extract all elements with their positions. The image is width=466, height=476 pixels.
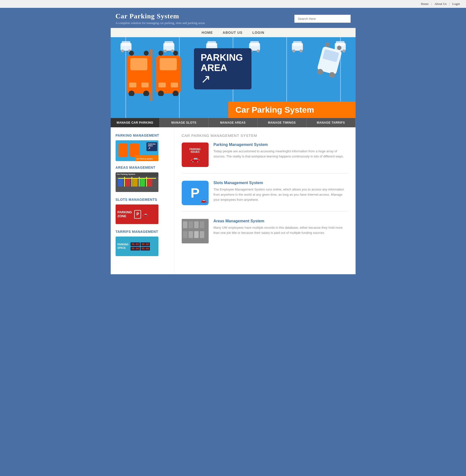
content-item-1: PARKINGISSUES 🚗 Parking Management Syste… [182,143,348,173]
svg-rect-34 [158,83,166,87]
site-title: Car Parking System [116,12,205,20]
sidebar-tarrifs-img[interactable]: PARKING SPACE 88:88 88:88 88:88 88:88 [116,237,158,257]
header-left: Car Parking System A complete solution f… [116,12,205,25]
parking-divider [150,49,152,101]
parking-area-sign: PARKING AREA ↗ [194,48,251,89]
content-item-2-desc: The Employee Management System runs onli… [214,187,348,202]
svg-rect-27 [141,83,149,87]
tab-manage-tarrifs[interactable]: MANAGE TARRIFS [307,118,356,127]
content-item-3-img [182,219,209,243]
hero-banner: PARKING AREA ↗ Car Parking System [111,37,356,118]
sign-line2: AREA [201,63,245,73]
content-item-2-text: Slots Management System The Employee Man… [214,181,348,205]
svg-rect-46 [118,143,128,157]
topbar-about-link[interactable]: About Us [434,2,447,6]
sidebar-section1-title: PARKING MANAGEMENT [116,133,169,137]
svg-point-44 [325,42,330,47]
svg-point-38 [158,51,163,56]
sidebar-section3-title: SLOTS MANAGEMENTS [116,198,169,202]
svg-point-30 [129,51,134,56]
white-car-right [318,42,342,77]
svg-rect-25 [130,58,147,70]
content-item-2: P 🚗 Slots Management System The Employee… [182,181,348,212]
sign-line1: PARKING [201,53,245,63]
content-item-2-title[interactable]: Slots Management System [214,181,348,185]
sidebar-areas-img[interactable]: Car Parking System [116,172,158,193]
svg-rect-33 [160,58,177,70]
svg-rect-35 [171,83,178,87]
nav-home[interactable]: HOME [202,31,213,35]
content-item-1-img: PARKINGISSUES 🚗 [182,143,209,167]
content-item-3-desc: Many UW employees have multiple records … [214,225,348,236]
svg-point-31 [144,51,149,56]
nav-login[interactable]: LOGIN [252,31,264,35]
sidebar-section4-title: TARRIFS MANAGEMENT [116,230,169,234]
content-item-3: Areas Management System Many UW employee… [182,219,348,250]
top-bar: Home | About Us | Login [0,0,466,8]
svg-point-45 [336,45,342,50]
main-heading: CAR PARKING MANAGEMENT SYSTEM [182,133,348,138]
search-box [294,15,351,23]
nav-bar-inner: HOME ABOUT US LOGIN [111,28,356,37]
orange-car-left [125,51,152,97]
topbar-login-link[interactable]: Login [452,2,460,6]
hero-bottom-bar: Car Parking System [228,102,356,118]
content-area: PARKING MANAGEMENT [111,127,356,274]
content-item-3-title[interactable]: Areas Management System [214,219,348,223]
tab-manage-timings[interactable]: MANAGE TIMINGS [258,118,307,127]
content-item-1-desc: Today people are accustomed to accessing… [214,149,348,159]
content-item-1-text: Parking Management System Today people a… [214,143,348,167]
site-subtitle: A complete solution for managing car par… [116,21,205,25]
nav-about[interactable]: ABOUT US [223,31,242,35]
content-item-3-text: Areas Management System Many UW employee… [214,219,348,243]
hero-bottom-text: Car Parking System [236,105,348,115]
sidebar: PARKING MANAGEMENT [111,127,174,274]
bottom-tabs: MANAGE CAR PARKING MANAGE SLOTS MANAGE A… [111,118,356,127]
svg-point-39 [173,51,178,56]
header: Car Parking System A complete solution f… [111,8,356,28]
sidebar-section2-title: AREAS MANAGEMENT [116,166,169,169]
tab-manage-slots[interactable]: MANAGE SLOTS [160,118,209,127]
orange-car-right [155,51,182,97]
topbar-home-link[interactable]: Home [421,2,429,6]
main-content: CAR PARKING MANAGEMENT SYSTEM PARKINGISS… [174,127,356,274]
svg-rect-26 [129,83,136,87]
nav-bar: HOME ABOUT US LOGIN [111,28,356,37]
tab-manage-car-parking[interactable]: MANAGE CAR PARKING [111,118,160,127]
content-item-1-title[interactable]: Parking Management System [214,143,348,147]
sidebar-slots-img[interactable]: PARKING ZONE P 🚗 [116,204,158,225]
content-item-2-img: P 🚗 [182,181,209,205]
sign-arrow: ↗ [201,73,245,85]
search-input[interactable] [294,15,351,23]
svg-rect-47 [130,143,139,157]
tab-manage-areas[interactable]: MANAGE AREAS [209,118,258,127]
sidebar-parking-img[interactable]: PARKINGAREA↗ Car Parking System [116,140,158,161]
